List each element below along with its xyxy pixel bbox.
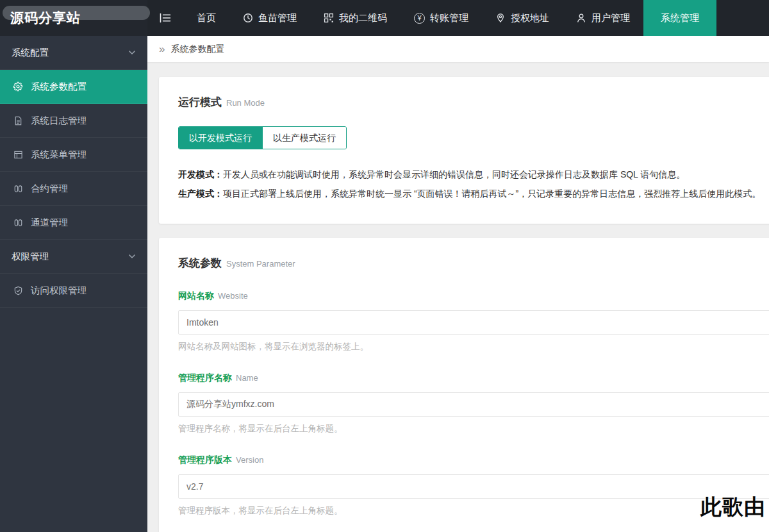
shield-check-icon: [12, 286, 24, 295]
card-subtitle: Run Mode: [226, 98, 265, 108]
sidebar-section-label: 权限管理: [12, 251, 49, 263]
nav-item-label: 用户管理: [591, 12, 630, 24]
run-mode-card: 运行模式Run Mode 以开发模式运行 以生产模式运行 开发模式：开发人员或在…: [159, 77, 769, 224]
nav-item-label: 系统管理: [661, 12, 699, 24]
admin-name-field: 管理程序名称Name 管理程序名称，将显示在后台左上角标题。: [178, 372, 769, 435]
topbar: 源码分享站 首页 鱼苗管理 我的二维码 ¥ 转账管理: [0, 0, 769, 36]
card-subtitle: System Parameter: [226, 259, 295, 269]
top-navigation: 首页 鱼苗管理 我的二维码 ¥ 转账管理 授权地址: [147, 0, 716, 36]
field-label: 网站名称Website: [178, 290, 769, 302]
sidebar-item-channel-management[interactable]: 通道管理: [0, 206, 147, 240]
sidebar-item-system-parameter-config[interactable]: 系统参数配置: [0, 70, 147, 104]
nav-item-system-management[interactable]: 系统管理: [643, 0, 716, 36]
run-mode-button-group: 以开发模式运行 以生产模式运行: [178, 126, 347, 149]
sidebar-item-system-log-management[interactable]: 系统日志管理: [0, 104, 147, 138]
yen-icon: ¥: [414, 13, 425, 24]
app-title: 源码分享站: [10, 9, 81, 27]
content: 运行模式Run Mode 以开发模式运行 以生产模式运行 开发模式：开发人员或在…: [147, 62, 769, 532]
field-help-text: 管理程序名称，将显示在后台左上角标题。: [178, 423, 769, 435]
sidebar: 系统配置 系统参数配置 系统日志管理 系统菜单管理 合约管理 通道管理: [0, 36, 147, 532]
sidebar-toggle-button[interactable]: [147, 0, 183, 36]
sidebar-item-label: 系统日志管理: [31, 115, 87, 127]
gear-icon: [12, 81, 24, 92]
admin-version-field: 管理程序版本Version 管理程序版本，将显示在后台左上角标题。: [178, 454, 769, 517]
user-icon: [576, 13, 586, 23]
nav-item-label: 首页: [197, 12, 216, 24]
field-help-text: 管理程序版本，将显示在后台左上角标题。: [178, 505, 769, 517]
contract-icon: [12, 184, 24, 194]
map-pin-icon: [495, 13, 506, 23]
dev-mode-button[interactable]: 以开发模式运行: [179, 127, 262, 149]
admin-version-input[interactable]: [178, 474, 769, 499]
card-title: 运行模式Run Mode: [178, 95, 769, 110]
sidebar-item-label: 通道管理: [31, 217, 68, 229]
clock-icon: [243, 13, 253, 23]
nav-item-label: 转账管理: [430, 12, 468, 24]
system-parameters-card: 系统参数System Parameter 网站名称Website 网站名称及网站…: [159, 238, 769, 532]
sidebar-item-access-permission-management[interactable]: 访问权限管理: [0, 274, 147, 308]
website-name-input[interactable]: [178, 310, 769, 335]
website-name-field: 网站名称Website 网站名称及网站图标，将显示在浏览器的标签上。: [178, 290, 769, 353]
nav-item-user-management[interactable]: 用户管理: [563, 0, 643, 36]
breadcrumb-icon: »: [159, 44, 165, 54]
sidebar-item-label: 系统菜单管理: [31, 149, 87, 161]
chevron-down-icon: [128, 50, 136, 55]
breadcrumb-current: 系统参数配置: [170, 44, 224, 55]
dev-mode-description: 开发模式：开发人员或在功能调试时使用，系统异常时会显示详细的错误信息，同时还会记…: [178, 165, 769, 184]
prod-mode-button[interactable]: 以生产模式运行: [262, 127, 346, 149]
sidebar-item-label: 合约管理: [31, 183, 68, 195]
menu-icon: [160, 13, 171, 23]
nav-item-label: 我的二维码: [339, 12, 387, 24]
channel-icon: [12, 218, 24, 228]
nav-item-home[interactable]: 首页: [183, 0, 229, 36]
sidebar-section-label: 系统配置: [12, 47, 49, 59]
nav-item-my-qrcode[interactable]: 我的二维码: [310, 0, 401, 36]
main-area: » 系统参数配置 运行模式Run Mode 以开发模式运行 以生产模式运行 开发…: [147, 36, 769, 532]
menu-table-icon: [12, 150, 24, 160]
card-title: 系统参数System Parameter: [178, 256, 769, 270]
nav-item-fry-management[interactable]: 鱼苗管理: [229, 0, 310, 36]
sidebar-item-contract-management[interactable]: 合约管理: [0, 172, 147, 206]
nav-item-label: 授权地址: [511, 12, 549, 24]
video-subtitle-watermark: 此歌由: [700, 493, 766, 522]
sidebar-section-system-config[interactable]: 系统配置: [0, 36, 147, 70]
admin-name-input[interactable]: [178, 392, 769, 417]
sidebar-item-system-menu-management[interactable]: 系统菜单管理: [0, 138, 147, 172]
field-label: 管理程序版本Version: [178, 454, 769, 466]
logo-area: 源码分享站: [0, 0, 147, 36]
sidebar-item-label: 访问权限管理: [31, 285, 87, 297]
document-icon: [12, 116, 24, 126]
breadcrumb: » 系统参数配置: [147, 36, 769, 62]
sidebar-item-label: 系统参数配置: [31, 81, 87, 93]
field-label: 管理程序名称Name: [178, 372, 769, 384]
mode-descriptions: 开发模式：开发人员或在功能调试时使用，系统异常时会显示详细的错误信息，同时还会记…: [178, 165, 769, 203]
chevron-down-icon: [128, 254, 136, 259]
qr-code-icon: [324, 13, 334, 23]
field-help-text: 网站名称及网站图标，将显示在浏览器的标签上。: [178, 341, 769, 353]
nav-item-label: 鱼苗管理: [258, 12, 297, 24]
nav-item-authorized-address[interactable]: 授权地址: [482, 0, 563, 36]
prod-mode-description: 生产模式：项目正式部署上线后使用，系统异常时统一显示 “页面错误！请稍后再试～”…: [178, 184, 769, 203]
sidebar-section-permission-management[interactable]: 权限管理: [0, 240, 147, 274]
nav-item-transfer-management[interactable]: ¥ 转账管理: [401, 0, 482, 36]
